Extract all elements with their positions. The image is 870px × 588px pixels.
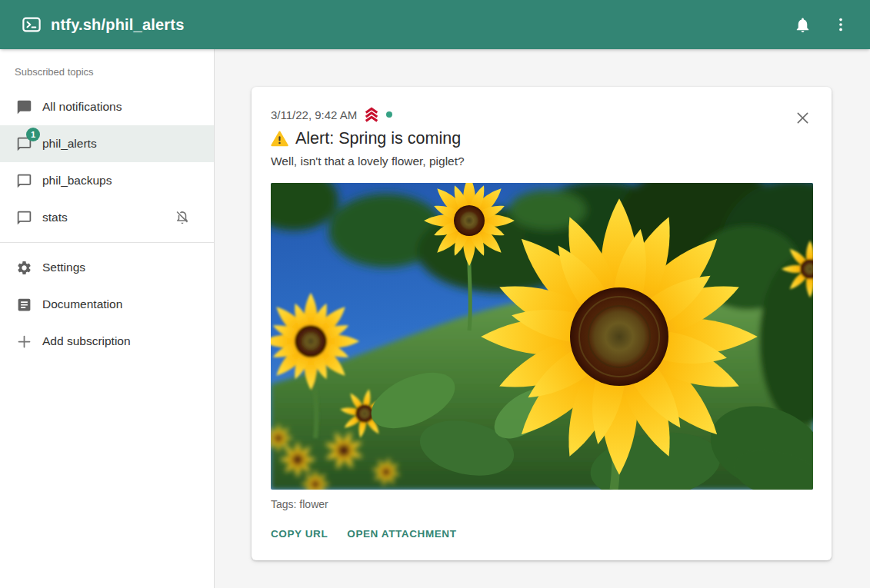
kebab-menu-icon (832, 16, 849, 33)
sidebar-item-label: All notifications (42, 100, 122, 114)
gear-icon (15, 259, 32, 276)
notification-title: Alert: Spring is coming (295, 128, 461, 149)
plus-icon (15, 333, 32, 350)
timestamp: 3/11/22, 9:42 AM (271, 108, 357, 121)
sidebar-item-phil-alerts[interactable]: 1 phil_alerts (0, 125, 214, 162)
sidebar: Subscribed topics All notifications 1 ph… (0, 49, 215, 588)
sidebar-item-add-subscription[interactable]: Add subscription (0, 323, 214, 360)
tags-line: Tags: flower (271, 498, 813, 510)
sidebar-divider (0, 242, 214, 243)
notification-meta: 3/11/22, 9:42 AM (271, 107, 813, 122)
sidebar-item-stats[interactable]: stats (0, 199, 214, 236)
unread-dot (386, 111, 392, 118)
chat-bubble-filled-icon (15, 98, 32, 115)
chat-bubble-outline-icon: 1 (15, 135, 32, 152)
sidebar-item-documentation[interactable]: Documentation (0, 286, 214, 323)
chat-bubble-outline-icon (15, 172, 32, 189)
open-attachment-button[interactable]: OPEN ATTACHMENT (347, 523, 456, 544)
app-bar: ntfy.sh/phil_alerts (0, 0, 870, 49)
overflow-menu-button[interactable] (824, 8, 858, 42)
notification-title-row: Alert: Spring is coming (271, 128, 813, 149)
article-icon (15, 296, 32, 313)
priority-max-icon (363, 107, 380, 122)
sidebar-item-label: Documentation (42, 297, 122, 311)
unread-count-badge: 1 (26, 128, 40, 141)
sidebar-item-label: Add subscription (42, 334, 131, 348)
bell-icon (794, 16, 812, 34)
terminal-logo-icon (22, 15, 42, 35)
notification-card: 3/11/22, 9:42 AM Alert: Spring is coming… (252, 87, 832, 560)
sidebar-item-label: phil_backups (42, 174, 112, 188)
sidebar-item-all-notifications[interactable]: All notifications (0, 88, 214, 125)
card-actions: COPY URL OPEN ATTACHMENT (271, 523, 813, 544)
subscribed-topics-label: Subscribed topics (0, 49, 214, 88)
chat-bubble-outline-icon (15, 209, 32, 226)
sidebar-item-phil-backups[interactable]: phil_backups (0, 162, 214, 199)
sidebar-item-label: phil_alerts (42, 137, 97, 151)
notification-body: Well, isn't that a lovely flower, piglet… (271, 154, 813, 169)
sidebar-item-settings[interactable]: Settings (0, 249, 214, 286)
copy-url-button[interactable]: COPY URL (271, 523, 328, 544)
warning-emoji-icon (271, 131, 288, 147)
notifications-off-icon (174, 209, 191, 226)
attachment-image-sunflowers[interactable] (271, 183, 813, 490)
close-icon (795, 110, 811, 126)
main-content: 3/11/22, 9:42 AM Alert: Spring is coming… (215, 49, 870, 588)
notifications-bell-button[interactable] (785, 8, 819, 42)
close-notification-button[interactable] (792, 107, 813, 128)
sidebar-item-label: Settings (42, 261, 85, 274)
sidebar-item-label: stats (42, 211, 68, 224)
app-title: ntfy.sh/phil_alerts (51, 16, 184, 34)
